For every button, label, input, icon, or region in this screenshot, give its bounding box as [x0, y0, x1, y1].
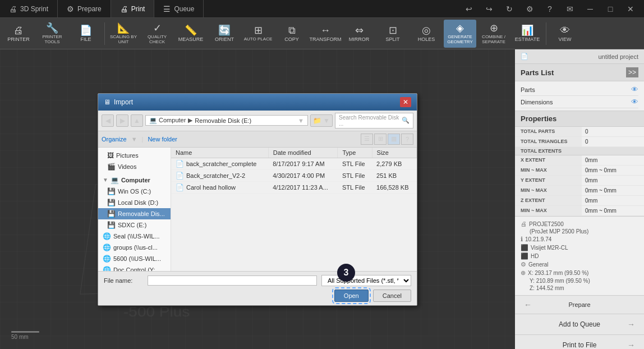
- help-btn[interactable]: ?: [542, 3, 558, 15]
- nav-back-btn[interactable]: ◀: [102, 114, 114, 127]
- nav-search-area: 📁 ▼: [310, 114, 333, 127]
- version-line: ℹ 10.21.9.74: [521, 235, 638, 244]
- sidebar-removable[interactable]: 💾 Removable Dis...: [98, 208, 171, 219]
- tool-scaling[interactable]: 📐 SCALING BY UNIT: [107, 20, 140, 48]
- tool-estimate[interactable]: 📊 ESTIMATE: [511, 20, 544, 48]
- tool-printer-tools[interactable]: 🔧 PRINTER TOOLS: [36, 20, 68, 48]
- tab-prepare[interactable]: ⚙ Prepare: [58, 0, 111, 17]
- filename-input[interactable]: [148, 275, 317, 286]
- col-name[interactable]: Name: [171, 148, 268, 158]
- tool-file[interactable]: 📄 FILE: [70, 20, 102, 48]
- view-btn-3[interactable]: ▦: [388, 134, 400, 145]
- 3dsprint-icon: 🖨: [9, 4, 17, 13]
- quality-line: ⬛ HD: [521, 252, 638, 260]
- view-btn-1[interactable]: ☰: [361, 134, 373, 145]
- step-circle-3: 3: [337, 264, 355, 282]
- table-row[interactable]: 📄back_scratcher_complete 8/17/2017 9:17 …: [171, 158, 417, 169]
- nav-forward-btn[interactable]: ▶: [116, 114, 128, 127]
- tool-view[interactable]: 👁 VIEW: [549, 20, 581, 48]
- tool-quality[interactable]: ✓ QUALITY CHECK: [141, 20, 173, 48]
- sidebar-groups[interactable]: 🌐 groups (\\us-cl...: [98, 242, 171, 253]
- tool-printer[interactable]: 🖨 PRINTER: [2, 20, 35, 48]
- sidebar-doc[interactable]: 🌐 Doc Control (Y:...: [98, 264, 171, 271]
- tool-generate[interactable]: ◈ GENERATE GEOMETRY: [444, 20, 476, 48]
- tool-measure[interactable]: 📏 MEASURE: [174, 20, 207, 48]
- settings-btn[interactable]: ⚙: [522, 3, 537, 15]
- toolbar-sep-1: [104, 22, 105, 45]
- tab-queue[interactable]: ☰ Queue: [154, 0, 204, 17]
- dialog-close-btn[interactable]: ✕: [400, 97, 411, 107]
- material-icon: ⬛: [521, 244, 528, 251]
- settings-icon-small: ⚙: [521, 261, 526, 268]
- search-placeholder: Search Removable Disk ...: [339, 114, 399, 127]
- prop-y-extent: Y EXTENT 0mm: [515, 176, 644, 186]
- maximize-btn[interactable]: □: [602, 3, 618, 15]
- combine-icon: ⊕: [490, 23, 498, 33]
- dialog-overlay: 🖥 Import ✕ ◀ ▶ ▲ 💻 Computer ▶ Removable …: [0, 49, 515, 349]
- prepare-arrow-left: ←: [524, 300, 532, 309]
- tool-combine[interactable]: ⊕ COMBINE / SEPARATE: [477, 20, 510, 48]
- sidebar-win-c[interactable]: 💾 Win OS (C:): [98, 186, 171, 197]
- minimize-btn[interactable]: ─: [582, 3, 598, 15]
- right-panel: 📄 untitled project Parts List >> Parts 👁…: [515, 49, 644, 349]
- bottom-info: 🖨 PROJET2500 (ProJet MJP 2500 Plus) ℹ 10…: [515, 216, 644, 295]
- nav-search-btn[interactable]: 📁 ▼: [310, 114, 333, 127]
- parts-row-dimensions: Dimensions 👁: [521, 96, 638, 108]
- help-btn-dialog[interactable]: ?: [401, 134, 413, 145]
- prepare-button[interactable]: ← Prepare: [515, 295, 644, 314]
- tab-3dsprint[interactable]: 🖨 3D Sprint: [0, 0, 58, 17]
- print-to-file-button[interactable]: Print to File →: [515, 334, 644, 349]
- tab-print[interactable]: 🖨 Print: [111, 0, 155, 17]
- redo-btn[interactable]: ↪: [481, 3, 497, 15]
- col-date[interactable]: Date modified: [268, 148, 338, 158]
- parts-row-parts: Parts 👁: [521, 84, 638, 96]
- add-queue-arrow-icon: →: [627, 320, 635, 329]
- undo-btn[interactable]: ↩: [461, 3, 477, 15]
- orient-icon: 🔄: [218, 25, 231, 35]
- nav-search-box[interactable]: Search Removable Disk ... 🔍: [335, 113, 413, 128]
- print-icon: 🖨: [120, 4, 128, 13]
- nav-path[interactable]: 💻 Computer ▶ Removable Disk (E:) ▼: [145, 115, 308, 126]
- tool-mirror[interactable]: ⇔ MIRROR: [343, 20, 375, 48]
- sidebar-sdxc[interactable]: 💾 SDXC (E:): [98, 219, 171, 231]
- tool-holes[interactable]: ◎ HOLES: [410, 20, 443, 48]
- tool-split[interactable]: ⊡ SPLIT: [376, 20, 409, 48]
- viewport[interactable]: -500 Plus 50 mm 🖥 Import ✕ ◀: [0, 49, 515, 349]
- tool-transform[interactable]: ↔ TRANSFORM: [309, 20, 342, 48]
- parts-list-expand-btn[interactable]: >>: [626, 67, 638, 77]
- toolbar-view-icons: ☰ ⊞ ▦ ?: [361, 134, 413, 145]
- tool-copy[interactable]: ⧉ COPY: [275, 20, 308, 48]
- table-row[interactable]: 📄Carol head hollow 4/12/2017 11:23 A... …: [171, 181, 417, 193]
- sidebar-5600[interactable]: 🌐 5600 (\\US-WIL...: [98, 253, 171, 264]
- nav-up-btn[interactable]: ▲: [131, 114, 143, 127]
- sidebar-local-d[interactable]: 💾 Local Disk (D:): [98, 197, 171, 208]
- add-to-queue-button[interactable]: Add to Queue →: [515, 314, 644, 334]
- refresh-btn[interactable]: ↻: [502, 3, 517, 15]
- settings-line: ⚙ General: [521, 260, 638, 269]
- new-folder-btn[interactable]: New folder: [148, 136, 177, 143]
- sidebar-computer[interactable]: ▼ 💻 Computer: [98, 174, 171, 186]
- title-tabs: 🖨 3D Sprint ⚙ Prepare 🖨 Print ☰ Queue: [0, 0, 204, 17]
- email-btn[interactable]: ✉: [562, 3, 578, 15]
- col-type[interactable]: Type: [338, 148, 372, 158]
- tool-autoplace[interactable]: ⊞ AUTO PLACE: [242, 20, 274, 48]
- cancel-button[interactable]: Cancel: [373, 290, 411, 302]
- parts-eye-icon[interactable]: 👁: [631, 85, 638, 94]
- tool-orient[interactable]: 🔄 ORIENT: [208, 20, 241, 48]
- sidebar-videos[interactable]: 🎬 Videos: [98, 161, 171, 172]
- properties-section: Properties TOTAL PARTS 0 TOTAL TRIANGLES…: [515, 111, 644, 216]
- prop-total-triangles: TOTAL TRIANGLES 0: [515, 137, 644, 147]
- close-btn[interactable]: ✕: [623, 3, 638, 15]
- organize-btn[interactable]: Organize: [102, 136, 127, 143]
- col-size[interactable]: Size: [372, 148, 416, 158]
- nav-path-computer: 💻 Computer: [149, 117, 186, 124]
- open-button[interactable]: Open: [334, 290, 369, 302]
- filetype-select[interactable]: All Supported Files (*.stl, *.ct...: [321, 275, 411, 286]
- generate-icon: ◈: [456, 23, 464, 33]
- table-row[interactable]: 📄Back_scratcher_V2-2 4/30/2017 4:00 PM S…: [171, 169, 417, 181]
- sidebar-pictures[interactable]: 🖼 Pictures: [98, 150, 171, 161]
- view-btn-2[interactable]: ⊞: [374, 134, 387, 145]
- parts-list-header: Parts List >>: [515, 64, 644, 81]
- sidebar-seal[interactable]: 🌐 Seal (\\US-WIL...: [98, 231, 171, 242]
- dimensions-eye-icon[interactable]: 👁: [631, 98, 638, 106]
